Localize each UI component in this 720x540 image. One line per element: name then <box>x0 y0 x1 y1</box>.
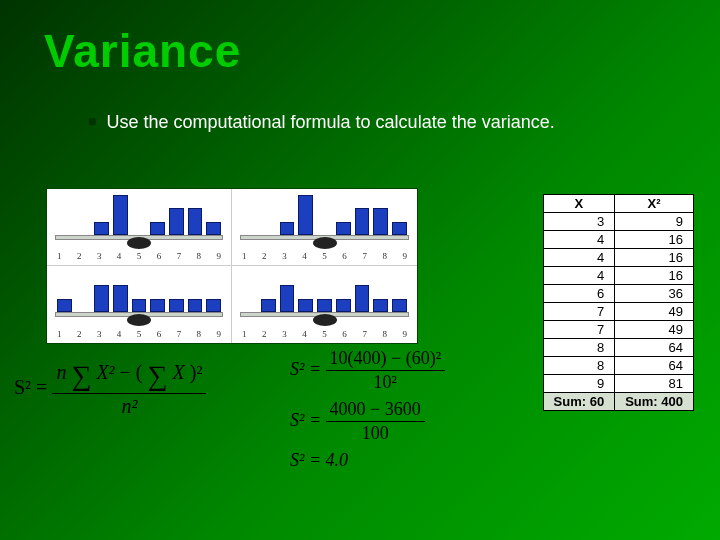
f-close: )² <box>190 361 203 383</box>
formula-general: S² = n ∑ X² − ( ∑ X )² n² <box>14 360 284 418</box>
hist-1: 123456789 <box>232 189 417 266</box>
lhs-1: S² = <box>290 359 321 379</box>
hist-3: 123456789 <box>232 266 417 343</box>
sum-x2: Sum: 400 <box>615 393 694 411</box>
slide-title: Variance <box>0 0 720 78</box>
table-cell: 8 <box>543 357 615 375</box>
table-cell: 49 <box>615 321 694 339</box>
table-cell: 7 <box>543 321 615 339</box>
s2-num: 4000 − 3600 <box>326 399 425 422</box>
table-cell: 81 <box>615 375 694 393</box>
sigma-icon: ∑ <box>71 360 91 391</box>
table-cell: 36 <box>615 285 694 303</box>
bullet-line: ■Use the computational formula to calcul… <box>0 78 720 133</box>
table-cell: 9 <box>543 375 615 393</box>
table-cell: 8 <box>543 339 615 357</box>
table-cell: 6 <box>543 285 615 303</box>
f-den: n² <box>121 395 137 417</box>
f-x: X <box>173 361 185 383</box>
table-cell: 49 <box>615 303 694 321</box>
data-table: X X² 39416416416636749749864864981 Sum: … <box>543 194 694 411</box>
formula-steps: S² = 10(400) − (60)²10² S² = 4000 − 3600… <box>290 348 540 477</box>
table-cell: 16 <box>615 267 694 285</box>
bullet-icon: ■ <box>88 113 96 129</box>
table-cell: 7 <box>543 303 615 321</box>
histogram-panel: 123456789 123456789 123456789 123456789 <box>46 188 418 344</box>
hist-0: 123456789 <box>47 189 232 266</box>
hist-2: 123456789 <box>47 266 232 343</box>
s1-num: 10(400) − (60)² <box>326 348 446 371</box>
table-cell: 3 <box>543 213 615 231</box>
s2-den: 100 <box>326 422 425 444</box>
table-cell: 4 <box>543 249 615 267</box>
table-cell: 4 <box>543 267 615 285</box>
sum-x: Sum: 60 <box>543 393 615 411</box>
col-x2: X² <box>615 195 694 213</box>
sigma-icon: ∑ <box>148 360 168 391</box>
f-minus: − ( <box>120 361 143 383</box>
lhs-2: S² = <box>290 410 321 430</box>
s1-den: 10² <box>326 371 446 393</box>
result: S² = 4.0 <box>290 450 348 470</box>
table-cell: 9 <box>615 213 694 231</box>
table-cell: 16 <box>615 249 694 267</box>
table-cell: 64 <box>615 339 694 357</box>
table-cell: 16 <box>615 231 694 249</box>
table-cell: 64 <box>615 357 694 375</box>
bullet-text: Use the computational formula to calcula… <box>106 112 554 132</box>
f-x2: X² <box>96 361 114 383</box>
f-n: n <box>56 361 66 383</box>
table-cell: 4 <box>543 231 615 249</box>
lhs: S² = <box>14 376 47 398</box>
col-x: X <box>543 195 615 213</box>
